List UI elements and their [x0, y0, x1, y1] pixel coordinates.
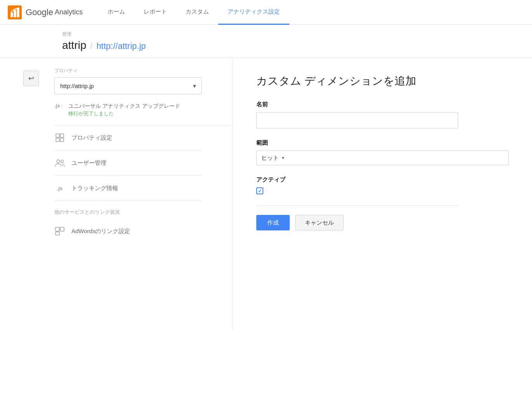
breadcrumb-area: 管理 attrip / http://attrip.jp [0, 25, 532, 58]
cancel-button[interactable]: キャンセル [295, 215, 344, 230]
name-input[interactable] [256, 112, 458, 128]
active-checkbox[interactable]: ✓ [256, 187, 263, 194]
svg-rect-6 [56, 138, 59, 142]
nav-analytics-settings[interactable]: アナリティクス設定 [218, 0, 289, 25]
other-services-title: 他のサービスとのリンク状況 [54, 201, 233, 219]
form-title: カスタム ディメンションを追加 [256, 74, 509, 88]
main-content: ↩ プロパティ http://attrip.jp ▾ .js ↑ ユニバーサル … [0, 58, 532, 330]
scope-select[interactable]: ヒット ▾ [256, 151, 509, 165]
upgrade-content: ユニバーサル アナリティクス アップグレード 移行が完了しました [68, 102, 180, 117]
create-button[interactable]: 作成 [256, 215, 290, 230]
form-field-active: アクティブ ✓ [256, 176, 509, 194]
logo: Google Analytics [8, 5, 83, 19]
sidebar: ↩ プロパティ http://attrip.jp ▾ .js ↑ ユニバーサル … [0, 58, 233, 330]
property-label: プロパティ [54, 67, 233, 74]
form-actions: 作成 キャンセル [256, 215, 509, 230]
logo-analytics-text: Analytics [55, 8, 83, 16]
sidebar-item-adwords[interactable]: AdWordsのリンク設定 [54, 219, 202, 244]
main-nav: ホーム レポート カスタム アナリティクス設定 [98, 0, 524, 24]
nav-report[interactable]: レポート [134, 0, 176, 25]
svg-rect-1 [10, 12, 13, 17]
page-title-url: http://attrip.jp [96, 41, 146, 51]
svg-rect-10 [56, 227, 59, 231]
name-label: 名前 [256, 101, 509, 108]
form-field-name: 名前 [256, 101, 509, 128]
svg-point-8 [57, 160, 60, 163]
form-divider [256, 205, 458, 206]
svg-rect-4 [56, 134, 59, 137]
svg-rect-3 [17, 7, 19, 17]
user-management-icon [54, 157, 65, 168]
right-panel: カスタム ディメンションを追加 名前 範囲 ヒット ▾ アクティブ ✓ [233, 58, 532, 330]
back-button[interactable]: ↩ [23, 71, 39, 86]
svg-rect-2 [14, 10, 16, 17]
active-label: アクティブ [256, 176, 509, 183]
breadcrumb-label: 管理 [62, 31, 470, 38]
scope-value: ヒット [261, 154, 279, 162]
upgrade-status: 移行が完了しました [68, 110, 180, 117]
active-checkbox-row: ✓ [256, 187, 509, 194]
property-settings-icon [54, 132, 65, 143]
adwords-icon [54, 226, 65, 237]
property-value: http://attrip.jp [60, 83, 94, 89]
nav-home[interactable]: ホーム [98, 0, 134, 25]
svg-rect-12 [56, 232, 59, 235]
svg-rect-5 [60, 134, 64, 137]
sidebar-item-user-management[interactable]: ユーザー管理 [54, 151, 202, 176]
property-dropdown-arrow: ▾ [193, 82, 196, 90]
svg-point-9 [61, 160, 64, 163]
tracking-info-icon: .js [54, 183, 65, 194]
form-field-scope: 範囲 ヒット ▾ [256, 139, 509, 165]
tracking-info-label: トラッキング情報 [71, 185, 118, 192]
svg-rect-11 [60, 227, 64, 231]
page-title-sep: / [90, 41, 92, 51]
property-select[interactable]: http://attrip.jp ▾ [54, 77, 202, 94]
adwords-label: AdWordsのリンク設定 [71, 228, 130, 235]
checkmark-icon: ✓ [258, 188, 262, 194]
header: Google Analytics ホーム レポート カスタム アナリティクス設定 [0, 0, 532, 25]
js-upgrade-icon: .js ↑ [54, 103, 63, 109]
scope-dropdown-arrow: ▾ [282, 155, 284, 161]
logo-google-text: Google [26, 7, 53, 17]
sidebar-item-tracking-info[interactable]: .js トラッキング情報 [54, 176, 202, 201]
page-title-main: attrip [62, 39, 86, 52]
upgrade-title: ユニバーサル アナリティクス アップグレード [68, 102, 180, 110]
page-title-row: attrip / http://attrip.jp [62, 39, 470, 52]
nav-custom[interactable]: カスタム [176, 0, 218, 25]
svg-rect-7 [60, 138, 64, 142]
ga-logo-icon [8, 5, 22, 19]
property-settings-label: プロパティ設定 [71, 134, 112, 142]
scope-label: 範囲 [256, 139, 509, 147]
user-management-label: ユーザー管理 [71, 159, 106, 167]
upgrade-section: .js ↑ ユニバーサル アナリティクス アップグレード 移行が完了しました [54, 94, 233, 125]
sidebar-item-property-settings[interactable]: プロパティ設定 [54, 125, 202, 151]
